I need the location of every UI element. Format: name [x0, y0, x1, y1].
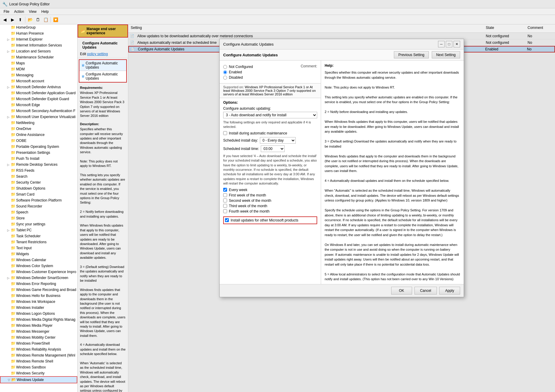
tree-item-ms-account[interactable]: 📁 Microsoft account	[0, 78, 77, 84]
tree-item-defender-app-guard[interactable]: 📁 Microsoft Defender Application Guard	[0, 90, 77, 96]
menu-action[interactable]: Action	[12, 9, 26, 14]
middle-configure-item-1[interactable]: 🖥 Configure Automatic Updates	[79, 60, 126, 71]
tree-item-online-assistance[interactable]: 📁 Online Assistance	[0, 132, 77, 138]
policy-setting-link[interactable]: policy setting	[87, 52, 108, 56]
tree-item-task-scheduler[interactable]: 📁 Task Scheduler	[0, 233, 77, 239]
tree-item-portable-os[interactable]: 📁 Portable Operating System	[0, 144, 77, 150]
tree-item-mdm[interactable]: 📁 MDM	[0, 66, 77, 72]
tree-item-remote-desktop[interactable]: ▷ 📁 Remote Desktop Services	[0, 162, 77, 168]
schedule-time-dropdown[interactable]: 03:00	[261, 145, 285, 152]
tree-item-win-game-recording[interactable]: 📁 Windows Game Recording and Broad	[0, 287, 77, 293]
tree-item-presentation[interactable]: 📁 Presentation Settings	[0, 150, 77, 156]
tree-item-sound-recorder[interactable]: 📁 Sound Recorder	[0, 203, 77, 209]
tree-item-win-calendar[interactable]: 📁 Windows Calendar	[0, 257, 77, 263]
folder-icon: 📁	[11, 31, 16, 36]
folder-icon: 📁	[11, 103, 16, 107]
configure-dropdown[interactable]: 2 - Notify for download and notify for i…	[223, 112, 317, 118]
help-button[interactable]: 📋	[42, 16, 49, 23]
tree-item-secondary-auth[interactable]: 📁 Microsoft Secondary Authentication F	[0, 108, 77, 114]
tree-item-user-experience-virt[interactable]: ▷ 📁 Microsoft User Experience Virtualiza…	[0, 114, 77, 120]
tree-item-win-messenger[interactable]: 📁 Windows Messenger	[0, 329, 77, 334]
second-week-row[interactable]: Second week of the month	[223, 199, 317, 203]
schedule-day-dropdown[interactable]: 0 - Every day1 - Every Sunday2 - Every M…	[260, 137, 296, 144]
cancel-button[interactable]: Cancel	[414, 287, 437, 295]
prev-setting-button[interactable]: Previous Setting	[394, 51, 429, 58]
tree-item-win-logon[interactable]: 📁 Windows Logon Options	[0, 311, 77, 317]
dialog-maximize-button[interactable]: □	[446, 41, 452, 47]
tree-item-win-installer[interactable]: 📁 Windows Installer	[0, 305, 77, 311]
filter-button[interactable]: 🔽	[52, 16, 59, 23]
tree-item-oobe[interactable]: 📁 OOBE	[0, 138, 77, 144]
menu-view[interactable]: View	[27, 9, 39, 14]
tree-item-win-update[interactable]: ▽ 📂 Windows Update	[0, 376, 77, 383]
tree-item-defender-exploit[interactable]: 📁 Microsoft Defender Exploit Guard	[0, 96, 77, 102]
tree-item-location-sensors[interactable]: ▷ 📁 Location and Sensors	[0, 48, 77, 54]
tree-item-tenant-restrictions[interactable]: 📁 Tenant Restrictions	[0, 239, 77, 245]
next-setting-button[interactable]: Next Setting	[432, 51, 460, 58]
tree-item-search[interactable]: 📁 Search	[0, 173, 77, 179]
menu-help[interactable]: Help	[39, 9, 51, 14]
tree-item-messaging[interactable]: 📁 Messaging	[0, 72, 77, 78]
third-week-row[interactable]: Third week of the month	[223, 204, 317, 208]
manage-end-user-header[interactable]: 📂 Manage end user experience	[78, 24, 128, 38]
install-other-products-row[interactable]: Install updates for other Microsoft prod…	[223, 216, 317, 224]
tree-item-defender-antivirus[interactable]: ▷ 📁 Microsoft Defender Antivirus	[0, 84, 77, 90]
tree-item-win-security[interactable]: 📁 Windows Security	[0, 370, 77, 376]
tree-item-win-reliability[interactable]: 📁 Windows Reliability Analysis	[0, 346, 77, 352]
tree-item-push-install[interactable]: 📁 Push To Install	[0, 156, 77, 162]
tree-item-rss-feeds[interactable]: 📁 RSS Feeds	[0, 168, 77, 173]
tree-item-win-hello-business[interactable]: 📁 Windows Hello for Business	[0, 293, 77, 299]
apply-button[interactable]: Apply	[439, 287, 460, 295]
tree-item-win-remote-mgmt[interactable]: 📁 Windows Remote Management (Winl	[0, 352, 77, 358]
tree-item-homegroup[interactable]: 📁 HomeGroup	[0, 24, 77, 30]
tree-item-onedrive[interactable]: 📁 OneDrive	[0, 126, 77, 132]
tree-item-speech[interactable]: 📁 Speech	[0, 209, 77, 215]
tree-item-win-smartscreen[interactable]: ▷ 📁 Windows Defender SmartScreen	[0, 275, 77, 281]
tree-item-ms-edge[interactable]: 📁 Microsoft Edge	[0, 102, 77, 108]
dialog-minimize-button[interactable]: ─	[438, 41, 445, 47]
tree-item-human-presence[interactable]: 📁 Human Presence	[0, 30, 77, 36]
tree-item-widgets[interactable]: 📁 Widgets	[0, 251, 77, 257]
tree-item-software-protection[interactable]: 📁 Software Protection Platform	[0, 197, 77, 203]
tree-item-store[interactable]: 📁 Store	[0, 215, 77, 221]
tree-item-smart-card[interactable]: 📁 Smart Card	[0, 191, 77, 197]
tree-item-text-input[interactable]: 📁 Text Input	[0, 245, 77, 251]
tree-item-win-error-reporting[interactable]: 📁 Windows Error Reporting	[0, 281, 77, 287]
tree-item-win-media-player[interactable]: 📁 Windows Media Player	[0, 323, 77, 329]
radio-group: Not Configured Enabled Dis	[223, 65, 253, 81]
up-button[interactable]: ⬆	[17, 16, 24, 23]
tree-item-win-remote-shell[interactable]: 📁 Windows Remote Shell	[0, 358, 77, 364]
show-hide-button[interactable]: 📂	[27, 16, 34, 23]
tree-item-maintenance[interactable]: 📁 Maintenance Scheduler	[0, 54, 77, 60]
tree-item-win-customer-exp[interactable]: 📁 Windows Customer Experience Impro	[0, 269, 77, 275]
forward-button[interactable]: ▶	[9, 16, 16, 23]
dialog-close-button[interactable]: ✕	[454, 41, 460, 47]
fourth-week-row[interactable]: Fourth week of the month	[223, 209, 317, 213]
back-button[interactable]: ◀	[1, 16, 8, 23]
tree-item-internet-info[interactable]: 📁 Internet Information Services	[0, 42, 77, 48]
radio-enabled[interactable]: Enabled	[223, 70, 253, 74]
middle-configure-item-2[interactable]: 🖥 Configure Automatic Updates	[79, 71, 126, 82]
radio-disabled[interactable]: Disabled	[223, 75, 253, 80]
ok-button[interactable]: OK	[391, 287, 412, 295]
tree-item-internet-explorer[interactable]: ▷ 📁 Internet Explorer	[0, 36, 77, 42]
tree-item-win-sandbox[interactable]: 📁 Windows Sandbox	[0, 364, 77, 370]
tree-item-security-center[interactable]: 📁 Security Center	[0, 179, 77, 185]
tree-item-maps[interactable]: 📁 Maps	[0, 60, 77, 66]
folder-icon: 📁	[11, 192, 16, 197]
properties-button[interactable]: 🗒	[34, 16, 41, 23]
tree-item-win-media-drm[interactable]: 📁 Windows Media Digital Rights Manag	[0, 317, 77, 323]
radio-not-configured[interactable]: Not Configured	[223, 65, 253, 69]
tree-item-tablet-pc[interactable]: ▷ 📁 Tablet PC	[0, 227, 77, 233]
every-week-row[interactable]: Every week	[223, 188, 317, 192]
menu-file[interactable]: File	[1, 9, 12, 14]
tree-item-win-ink[interactable]: 📁 Windows Ink Workspace	[0, 299, 77, 305]
tree-item-win-color[interactable]: 📁 Windows Color System	[0, 263, 77, 269]
first-week-row[interactable]: First week of the month	[223, 193, 317, 197]
tree-item-shutdown-options[interactable]: 📁 Shutdown Options	[0, 185, 77, 191]
tree-item-win-powershell[interactable]: 📁 Windows PowerShell	[0, 340, 77, 346]
install-maintenance-row[interactable]: Install during automatic maintenance	[223, 131, 317, 135]
tree-item-netmeeting[interactable]: 📁 NetMeeting	[0, 120, 77, 126]
tree-item-sync-settings[interactable]: 📁 Sync your settings	[0, 221, 77, 227]
tree-item-win-mobility[interactable]: 📁 Windows Mobility Center	[0, 334, 77, 340]
